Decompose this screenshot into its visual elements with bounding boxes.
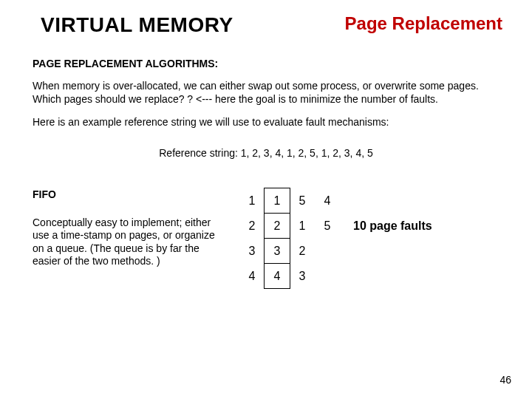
grid-cell	[315, 239, 340, 264]
title-left: VIRTUAL MEMORY	[41, 13, 233, 37]
grid-cell: 3	[290, 264, 315, 289]
grid-cell: 5	[290, 188, 315, 214]
grid-cell: 3	[264, 238, 290, 265]
title-right: Page Replacement	[345, 13, 502, 34]
slide-header: VIRTUAL MEMORY Page Replacement	[0, 0, 532, 37]
paragraph-1: When memory is over-allocated, we can ei…	[33, 80, 502, 106]
section-subhead: PAGE REPLACEMENT ALGORITHMS:	[33, 58, 532, 69]
reference-string: Reference string: 1, 2, 3, 4, 1, 2, 5, 1…	[0, 147, 532, 159]
grid-cell: 1	[290, 214, 315, 239]
grid-cell: 2	[290, 239, 315, 264]
grid-cell	[315, 264, 340, 289]
grid-cell: 4	[315, 188, 340, 214]
page-number: 46	[499, 374, 511, 386]
grid-cell: 2	[264, 213, 290, 239]
left-column: FIFO Conceptually easy to implement; eit…	[33, 188, 239, 289]
grid-cell: 3	[239, 239, 265, 264]
page-faults-label: 10 page faults	[353, 219, 432, 233]
grid-cell: 1	[239, 188, 265, 214]
lower-section: FIFO Conceptually easy to implement; eit…	[0, 188, 532, 289]
paragraph-2: Here is an example reference string we w…	[33, 116, 502, 129]
fifo-grid: 11542215332443	[239, 188, 340, 289]
grid-cell: 1	[264, 188, 290, 214]
grid-cell: 2	[239, 214, 265, 239]
grid-cell: 5	[315, 214, 340, 239]
grid-cell: 4	[264, 263, 290, 290]
grid-cell: 4	[239, 264, 265, 289]
right-column: 11542215332443 10 page faults	[239, 188, 502, 289]
fifo-label: FIFO	[33, 188, 217, 200]
fifo-description: Conceptually easy to implement; either u…	[33, 216, 217, 268]
